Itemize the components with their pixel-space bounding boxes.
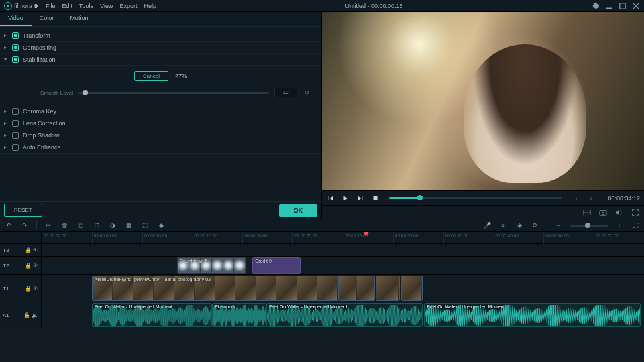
menu-file[interactable]: File bbox=[46, 3, 56, 9]
preview-seek[interactable] bbox=[389, 197, 562, 199]
tab-motion[interactable]: Motion bbox=[62, 12, 96, 26]
menu-view[interactable]: View bbox=[100, 3, 113, 9]
lock-icon[interactable]: 🔒 bbox=[25, 286, 32, 292]
clip-video[interactable] bbox=[401, 276, 422, 301]
menu-edit[interactable]: Edit bbox=[62, 3, 73, 9]
keyframe-icon[interactable]: ◆ bbox=[156, 221, 166, 230]
zoom-slider[interactable] bbox=[570, 225, 608, 227]
cut-icon[interactable]: ✂ bbox=[44, 221, 53, 230]
clip-video[interactable] bbox=[339, 276, 375, 301]
checkbox-chroma-key[interactable] bbox=[12, 108, 19, 115]
eye-icon[interactable]: 👁 bbox=[33, 247, 38, 253]
clip-video[interactable] bbox=[376, 276, 400, 301]
tab-color[interactable]: Color bbox=[32, 12, 62, 26]
quality-icon[interactable] bbox=[582, 208, 592, 217]
maximize-icon[interactable] bbox=[619, 2, 627, 10]
window-title: Untitled - 00:00:00:15 bbox=[164, 3, 584, 9]
marker-icon[interactable]: ◈ bbox=[515, 221, 524, 230]
render-icon[interactable]: ⟳ bbox=[531, 221, 540, 230]
chevron-right-icon: ▸ bbox=[3, 32, 8, 38]
color-icon[interactable]: ◑ bbox=[108, 221, 117, 230]
snapshot-icon[interactable] bbox=[598, 208, 608, 217]
smooth-level-value[interactable]: 10 bbox=[274, 88, 297, 97]
prop-compositing[interactable]: ▸ Compositing bbox=[0, 42, 321, 54]
zoom-out-icon[interactable]: − bbox=[554, 221, 564, 230]
track-head-A1[interactable]: A1🔒🔈 bbox=[0, 302, 42, 328]
playhead[interactable] bbox=[366, 232, 366, 362]
clip-overlay[interactable]: Countdown 5Countdown 5 bbox=[177, 257, 246, 274]
tab-video[interactable]: Video bbox=[0, 12, 32, 26]
prop-auto-enhance[interactable]: ▸ Auto Enhance bbox=[0, 141, 321, 154]
close-icon[interactable] bbox=[632, 2, 640, 10]
cancel-button[interactable]: Cancel bbox=[134, 71, 168, 81]
prop-lens-correction[interactable]: ▸ Lens Correction bbox=[0, 117, 321, 129]
step-fwd-icon[interactable] bbox=[356, 194, 365, 203]
preview-image bbox=[322, 12, 644, 190]
menu-tools[interactable]: Tools bbox=[79, 3, 93, 9]
track-body-T1[interactable]: AerialDroneFlying_preview.mp4 - aerial-p… bbox=[42, 275, 644, 302]
checkbox-stabilization[interactable] bbox=[12, 56, 19, 63]
track-body-T2[interactable]: Countdown 5Countdown 5Credit 9 bbox=[42, 257, 644, 274]
prev-marker-icon[interactable]: ‹ bbox=[572, 194, 581, 203]
prop-chroma-key[interactable]: ▸ Chroma Key bbox=[0, 105, 321, 117]
filmora-logo-icon bbox=[4, 2, 12, 10]
checkbox-lens-correction[interactable] bbox=[12, 120, 19, 127]
speaker-icon[interactable]: 🔈 bbox=[32, 312, 38, 318]
settings-icon[interactable] bbox=[592, 2, 600, 10]
redo-icon[interactable]: ↷ bbox=[20, 221, 30, 230]
next-marker-icon[interactable]: › bbox=[586, 194, 596, 203]
track-body-T3[interactable] bbox=[42, 244, 644, 256]
zoom-in-icon[interactable]: + bbox=[614, 221, 624, 230]
minimize-icon[interactable] bbox=[605, 2, 613, 10]
lock-icon[interactable]: 🔒 bbox=[25, 247, 32, 253]
prop-stabilization[interactable]: ▾ Stabilization bbox=[0, 54, 321, 66]
zoom-fit-icon[interactable]: ⛶ bbox=[631, 221, 640, 230]
menu-export[interactable]: Export bbox=[119, 3, 137, 9]
crop-icon[interactable]: ◻ bbox=[76, 221, 85, 230]
preview-panel: ‹ › 00:00:34:12 bbox=[322, 12, 644, 219]
volume-icon[interactable] bbox=[614, 208, 624, 217]
clip-audio[interactable]: Feet On Water - Unexpected MomentFeet On… bbox=[424, 303, 641, 327]
menu-help[interactable]: Help bbox=[144, 3, 156, 9]
reset-param-icon[interactable]: ↺ bbox=[303, 89, 312, 96]
panel-tabs: Video Color Motion bbox=[0, 12, 321, 27]
track-body-A1[interactable]: Feet On Water - Unexpected MomentFeet On… bbox=[42, 302, 644, 328]
fullscreen-icon[interactable] bbox=[631, 208, 640, 217]
clip-audio[interactable]: Feet On Water - Unexpected MomentFeet On… bbox=[92, 303, 213, 327]
speed-icon[interactable]: ⏱ bbox=[92, 221, 101, 230]
checkbox-compositing[interactable] bbox=[12, 44, 19, 51]
checkbox-auto-enhance[interactable] bbox=[12, 144, 19, 151]
lock-icon[interactable]: 🔒 bbox=[25, 263, 32, 269]
prop-drop-shadow[interactable]: ▸ Drop Shadow bbox=[0, 129, 321, 141]
prop-transform[interactable]: ▸ Transform bbox=[0, 29, 321, 42]
green-screen-icon[interactable]: ▦ bbox=[124, 221, 133, 230]
delete-icon[interactable]: 🗑 bbox=[60, 221, 69, 230]
undo-icon[interactable]: ↶ bbox=[4, 221, 13, 230]
eye-icon[interactable]: 👁 bbox=[33, 263, 38, 269]
voiceover-icon[interactable]: 🎤 bbox=[482, 221, 492, 230]
mask-icon[interactable]: ⬚ bbox=[140, 221, 150, 230]
track-head-T1[interactable]: T1🔒👁 bbox=[0, 275, 42, 302]
track-head-T2[interactable]: T2🔒👁 bbox=[0, 257, 42, 274]
clip-audio[interactable]: Feet On Water - Unexpected MomentFeet On… bbox=[266, 303, 423, 327]
eye-icon[interactable]: 👁 bbox=[33, 286, 38, 292]
play-icon[interactable] bbox=[341, 194, 350, 203]
track-head-T3[interactable]: T3🔒👁 bbox=[0, 244, 42, 256]
clip-label: Credit 9 bbox=[255, 259, 272, 263]
step-back-icon[interactable] bbox=[326, 194, 335, 203]
ruler-ticks[interactable]: 00:00:00:0000:00:05:0000:00:10:0000:00:1… bbox=[42, 232, 644, 243]
stop-icon[interactable] bbox=[370, 194, 380, 203]
clip-title[interactable]: Credit 9 bbox=[252, 257, 301, 274]
preview-viewport[interactable] bbox=[322, 12, 644, 190]
lock-icon[interactable]: 🔒 bbox=[23, 312, 30, 318]
clip-video[interactable]: AerialDroneFlying_preview.mp4 - aerial-p… bbox=[92, 276, 339, 301]
track-T2: T2🔒👁Countdown 5Countdown 5Credit 9 bbox=[0, 257, 644, 275]
checkbox-drop-shadow[interactable] bbox=[12, 132, 19, 139]
timeline-ruler[interactable]: 00:00:00:0000:00:05:0000:00:10:0000:00:1… bbox=[0, 232, 644, 244]
ok-button[interactable]: OK bbox=[279, 204, 318, 217]
checkbox-transform[interactable] bbox=[12, 32, 19, 39]
mixer-icon[interactable]: ≡ bbox=[498, 221, 508, 230]
clip-audio[interactable]: FireworksFireworks bbox=[212, 303, 266, 327]
smooth-level-slider[interactable] bbox=[78, 92, 269, 94]
reset-button[interactable]: RESET bbox=[4, 204, 42, 217]
